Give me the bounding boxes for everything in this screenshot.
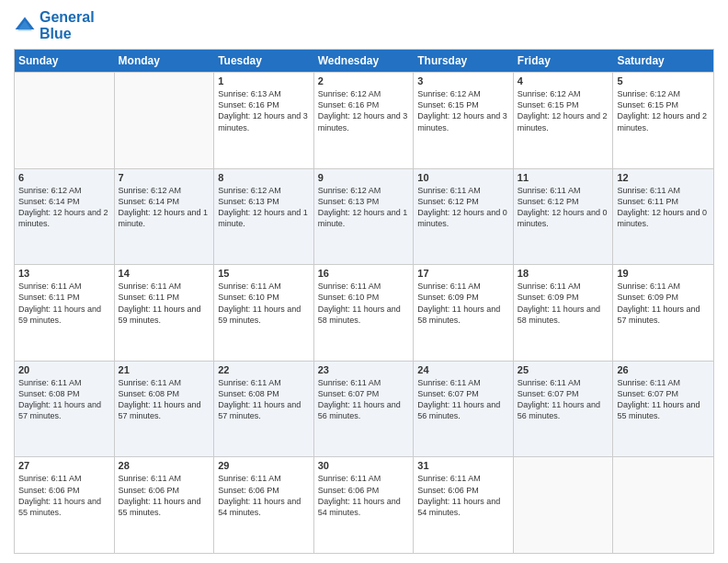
- day-header-wednesday: Wednesday: [314, 50, 415, 72]
- cell-date: 18: [518, 268, 609, 279]
- cell-info: Sunrise: 6:12 AMSunset: 6:15 PMDaylight:…: [518, 88, 609, 133]
- calendar-body: 1Sunrise: 6:13 AMSunset: 6:16 PMDaylight…: [15, 72, 713, 553]
- calendar-cell-16: 16Sunrise: 6:11 AMSunset: 6:10 PMDayligh…: [314, 265, 415, 361]
- cell-info: Sunrise: 6:11 AMSunset: 6:08 PMDaylight:…: [218, 377, 310, 422]
- cell-date: 3: [417, 75, 509, 86]
- calendar-cell-19: 19Sunrise: 6:11 AMSunset: 6:09 PMDayligh…: [613, 265, 713, 361]
- day-header-tuesday: Tuesday: [214, 50, 314, 72]
- cell-info: Sunrise: 6:11 AMSunset: 6:06 PMDaylight:…: [18, 473, 110, 518]
- cell-date: 6: [18, 172, 110, 183]
- cell-info: Sunrise: 6:11 AMSunset: 6:07 PMDaylight:…: [318, 377, 410, 422]
- cell-date: 16: [318, 268, 410, 279]
- calendar-cell-empty: [514, 457, 614, 553]
- day-header-monday: Monday: [115, 50, 215, 72]
- calendar-week-5: 27Sunrise: 6:11 AMSunset: 6:06 PMDayligh…: [15, 456, 713, 553]
- calendar-cell-7: 7Sunrise: 6:12 AMSunset: 6:14 PMDaylight…: [115, 169, 215, 265]
- cell-info: Sunrise: 6:12 AMSunset: 6:15 PMDaylight:…: [417, 88, 509, 133]
- calendar-cell-12: 12Sunrise: 6:11 AMSunset: 6:11 PMDayligh…: [613, 169, 713, 265]
- cell-info: Sunrise: 6:12 AMSunset: 6:13 PMDaylight:…: [218, 185, 310, 230]
- calendar-cell-10: 10Sunrise: 6:11 AMSunset: 6:12 PMDayligh…: [414, 169, 514, 265]
- cell-date: 24: [417, 364, 509, 375]
- cell-info: Sunrise: 6:11 AMSunset: 6:06 PMDaylight:…: [218, 473, 310, 518]
- cell-date: 1: [218, 75, 310, 86]
- cell-info: Sunrise: 6:11 AMSunset: 6:08 PMDaylight:…: [119, 377, 210, 422]
- day-header-friday: Friday: [514, 50, 614, 72]
- cell-info: Sunrise: 6:12 AMSunset: 6:15 PMDaylight:…: [617, 88, 710, 133]
- calendar-cell-17: 17Sunrise: 6:11 AMSunset: 6:09 PMDayligh…: [414, 265, 514, 361]
- day-header-sunday: Sunday: [15, 50, 115, 72]
- cell-info: Sunrise: 6:12 AMSunset: 6:14 PMDaylight:…: [119, 185, 210, 230]
- cell-date: 7: [119, 172, 210, 183]
- cell-date: 10: [417, 172, 509, 183]
- calendar-cell-1: 1Sunrise: 6:13 AMSunset: 6:16 PMDaylight…: [214, 73, 314, 168]
- cell-info: Sunrise: 6:11 AMSunset: 6:08 PMDaylight:…: [18, 377, 110, 422]
- cell-info: Sunrise: 6:11 AMSunset: 6:09 PMDaylight:…: [417, 281, 509, 326]
- calendar-cell-6: 6Sunrise: 6:12 AMSunset: 6:14 PMDaylight…: [15, 169, 115, 265]
- cell-info: Sunrise: 6:12 AMSunset: 6:13 PMDaylight:…: [318, 185, 410, 230]
- cell-info: Sunrise: 6:11 AMSunset: 6:06 PMDaylight:…: [318, 473, 410, 518]
- calendar-cell-empty: [613, 457, 713, 553]
- calendar-cell-13: 13Sunrise: 6:11 AMSunset: 6:11 PMDayligh…: [15, 265, 115, 361]
- calendar-week-2: 6Sunrise: 6:12 AMSunset: 6:14 PMDaylight…: [15, 168, 713, 265]
- cell-date: 12: [617, 172, 710, 183]
- calendar: SundayMondayTuesdayWednesdayThursdayFrid…: [14, 49, 714, 554]
- calendar-cell-18: 18Sunrise: 6:11 AMSunset: 6:09 PMDayligh…: [514, 265, 614, 361]
- logo: General Blue: [14, 9, 95, 41]
- cell-info: Sunrise: 6:11 AMSunset: 6:06 PMDaylight:…: [417, 473, 509, 518]
- calendar-cell-22: 22Sunrise: 6:11 AMSunset: 6:08 PMDayligh…: [214, 362, 314, 457]
- cell-date: 26: [617, 364, 710, 375]
- page: General Blue SundayMondayTuesdayWednesda…: [0, 0, 728, 563]
- calendar-cell-23: 23Sunrise: 6:11 AMSunset: 6:07 PMDayligh…: [314, 362, 415, 457]
- calendar-cell-21: 21Sunrise: 6:11 AMSunset: 6:08 PMDayligh…: [115, 362, 215, 457]
- calendar-cell-3: 3Sunrise: 6:12 AMSunset: 6:15 PMDaylight…: [414, 73, 514, 168]
- cell-info: Sunrise: 6:11 AMSunset: 6:11 PMDaylight:…: [18, 281, 110, 326]
- cell-date: 22: [218, 364, 310, 375]
- cell-date: 31: [417, 460, 509, 471]
- day-header-thursday: Thursday: [414, 50, 514, 72]
- calendar-week-4: 20Sunrise: 6:11 AMSunset: 6:08 PMDayligh…: [15, 361, 713, 457]
- cell-info: Sunrise: 6:11 AMSunset: 6:06 PMDaylight:…: [119, 473, 210, 518]
- calendar-cell-empty: [115, 73, 215, 168]
- logo-text: General Blue: [40, 9, 95, 41]
- cell-info: Sunrise: 6:11 AMSunset: 6:07 PMDaylight:…: [417, 377, 509, 422]
- cell-date: 5: [617, 75, 710, 86]
- cell-date: 19: [617, 268, 710, 279]
- cell-date: 11: [518, 172, 609, 183]
- calendar-cell-24: 24Sunrise: 6:11 AMSunset: 6:07 PMDayligh…: [414, 362, 514, 457]
- calendar-cell-14: 14Sunrise: 6:11 AMSunset: 6:11 PMDayligh…: [115, 265, 215, 361]
- cell-date: 29: [218, 460, 310, 471]
- cell-date: 13: [18, 268, 110, 279]
- cell-info: Sunrise: 6:11 AMSunset: 6:11 PMDaylight:…: [119, 281, 210, 326]
- cell-date: 8: [218, 172, 310, 183]
- calendar-cell-11: 11Sunrise: 6:11 AMSunset: 6:12 PMDayligh…: [514, 169, 614, 265]
- calendar-cell-30: 30Sunrise: 6:11 AMSunset: 6:06 PMDayligh…: [314, 457, 415, 553]
- calendar-cell-29: 29Sunrise: 6:11 AMSunset: 6:06 PMDayligh…: [214, 457, 314, 553]
- calendar-cell-28: 28Sunrise: 6:11 AMSunset: 6:06 PMDayligh…: [115, 457, 215, 553]
- calendar-cell-5: 5Sunrise: 6:12 AMSunset: 6:15 PMDaylight…: [613, 73, 713, 168]
- calendar-cell-2: 2Sunrise: 6:12 AMSunset: 6:16 PMDaylight…: [314, 73, 415, 168]
- cell-info: Sunrise: 6:11 AMSunset: 6:10 PMDaylight:…: [218, 281, 310, 326]
- calendar-week-3: 13Sunrise: 6:11 AMSunset: 6:11 PMDayligh…: [15, 264, 713, 361]
- calendar-cell-15: 15Sunrise: 6:11 AMSunset: 6:10 PMDayligh…: [214, 265, 314, 361]
- cell-info: Sunrise: 6:11 AMSunset: 6:07 PMDaylight:…: [518, 377, 609, 422]
- cell-date: 17: [417, 268, 509, 279]
- cell-date: 23: [318, 364, 410, 375]
- calendar-cell-8: 8Sunrise: 6:12 AMSunset: 6:13 PMDaylight…: [214, 169, 314, 265]
- cell-info: Sunrise: 6:11 AMSunset: 6:10 PMDaylight:…: [318, 281, 410, 326]
- cell-info: Sunrise: 6:12 AMSunset: 6:16 PMDaylight:…: [318, 88, 410, 133]
- cell-info: Sunrise: 6:11 AMSunset: 6:12 PMDaylight:…: [417, 185, 509, 230]
- header: General Blue: [14, 9, 714, 41]
- cell-info: Sunrise: 6:11 AMSunset: 6:09 PMDaylight:…: [518, 281, 609, 326]
- calendar-cell-25: 25Sunrise: 6:11 AMSunset: 6:07 PMDayligh…: [514, 362, 614, 457]
- cell-date: 28: [119, 460, 210, 471]
- cell-date: 9: [318, 172, 410, 183]
- cell-date: 27: [18, 460, 110, 471]
- calendar-cell-31: 31Sunrise: 6:11 AMSunset: 6:06 PMDayligh…: [414, 457, 514, 553]
- cell-info: Sunrise: 6:11 AMSunset: 6:07 PMDaylight:…: [617, 377, 710, 422]
- calendar-cell-4: 4Sunrise: 6:12 AMSunset: 6:15 PMDaylight…: [514, 73, 614, 168]
- cell-date: 14: [119, 268, 210, 279]
- calendar-cell-27: 27Sunrise: 6:11 AMSunset: 6:06 PMDayligh…: [15, 457, 115, 553]
- calendar-cell-empty: [15, 73, 115, 168]
- cell-info: Sunrise: 6:12 AMSunset: 6:14 PMDaylight:…: [18, 185, 110, 230]
- cell-info: Sunrise: 6:11 AMSunset: 6:12 PMDaylight:…: [518, 185, 609, 230]
